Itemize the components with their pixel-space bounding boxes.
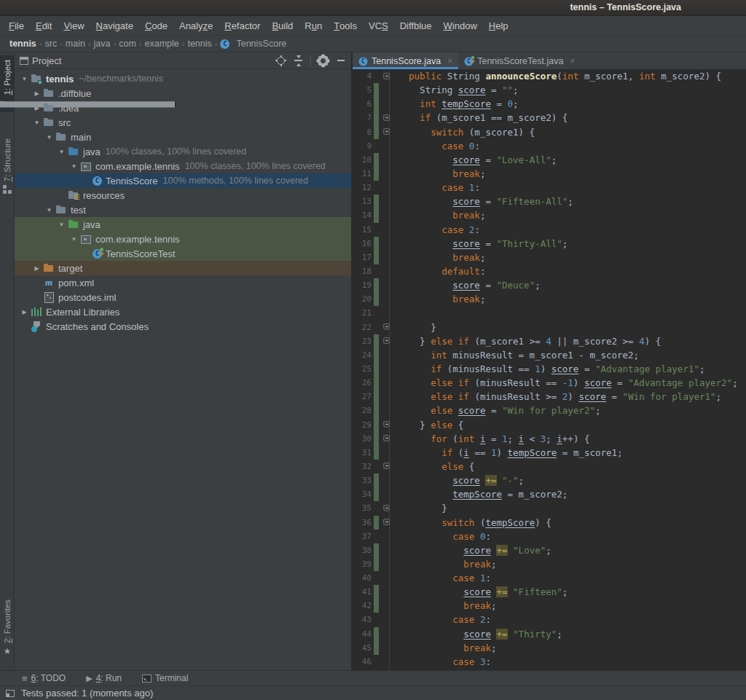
crumb-main[interactable]: main [63, 39, 87, 49]
code-line-12[interactable]: 12 case 1: [353, 181, 746, 194]
tree-row-test[interactable]: ▼test [15, 202, 351, 217]
code-line-28[interactable]: 28 else score = "Win for player2"; [353, 404, 746, 417]
code-line-8[interactable]: 8 switch (m_score1) { [353, 125, 746, 139]
crumb-tennis[interactable]: tennis [7, 39, 39, 49]
tree-row-resources[interactable]: resources [15, 188, 351, 202]
code-line-7[interactable]: 7 if (m_score1 == m_score2) { [353, 111, 746, 125]
tree-row-tennisscoretest[interactable]: CTennisScoreTest [15, 246, 351, 261]
code-line-32[interactable]: 32 else { [353, 460, 746, 473]
code-line-9[interactable]: 9 case 0: [353, 139, 746, 153]
fold-open-icon[interactable] [383, 337, 390, 344]
tree-row-java[interactable]: ▼java100% classes, 100% lines covered [15, 144, 351, 159]
close-icon[interactable]: × [447, 56, 452, 66]
menu-view[interactable]: View [58, 16, 90, 35]
hide-panel-icon[interactable] [335, 55, 346, 66]
toolwindow-switcher-icon[interactable] [6, 690, 15, 697]
tree-collapsed-arrow-icon[interactable]: ▶ [32, 90, 42, 97]
menu-file[interactable]: File [3, 16, 30, 35]
tree-collapsed-arrow-icon[interactable]: ▶ [20, 309, 29, 315]
tree-row-tennis[interactable]: ▼tennis~/benchmarks/tennis [15, 71, 351, 86]
tab-tennisscore-java[interactable]: CTennisScore.java× [353, 52, 458, 69]
tree-expanded-arrow-icon[interactable]: ▼ [32, 119, 42, 126]
fold-close-icon[interactable] [383, 421, 390, 428]
tree-expanded-arrow-icon[interactable]: ▼ [69, 236, 79, 243]
code-line-44[interactable]: 44 score += "Thirty"; [353, 627, 746, 641]
locate-file-icon[interactable] [275, 55, 286, 66]
fold-close-icon[interactable] [383, 505, 390, 511]
code-line-29[interactable]: 29 } else { [353, 418, 746, 432]
code-line-23[interactable]: 23 } else if (m_score1 >= 4 || m_score2 … [353, 334, 746, 348]
code-line-13[interactable]: 13 score = "Fifteen-All"; [353, 194, 746, 208]
code-line-36[interactable]: 36 switch (tempScore) { [353, 516, 746, 530]
tree-row-external-libraries[interactable]: ▶External Libraries [15, 304, 351, 319]
fold-open-icon[interactable] [383, 435, 390, 441]
tree-expanded-arrow-icon[interactable]: ▼ [69, 163, 79, 170]
menu-code[interactable]: Code [139, 16, 173, 35]
code-line-25[interactable]: 25 if (minusResult == 1) score = "Advant… [353, 362, 746, 376]
menu-build[interactable]: Build [266, 16, 299, 35]
tree-row-com-example-tennis[interactable]: ▼com.example.tennis100% classes, 100% li… [15, 159, 351, 173]
tree-row-com-example-tennis[interactable]: ▼com.example.tennis [15, 232, 351, 246]
bottom-terminal[interactable]: Terminal [142, 673, 188, 683]
tree-row-src[interactable]: ▼src [15, 115, 351, 130]
tree-collapsed-arrow-icon[interactable]: ▶ [32, 265, 42, 272]
menu-refactor[interactable]: Refactor [219, 16, 266, 35]
project-view-selector[interactable]: Project [20, 55, 65, 66]
stripe-button-7-structure[interactable]: 7: Structure [0, 134, 15, 198]
code-line-24[interactable]: 24 int minusResult = m_score1 - m_score2… [353, 348, 746, 362]
menu-navigate[interactable]: Navigate [90, 16, 139, 35]
tree-row-main[interactable]: ▼main [15, 130, 351, 144]
tree-row-target[interactable]: ▶target [15, 261, 351, 275]
gear-icon[interactable] [318, 55, 329, 66]
code-line-10[interactable]: 10 score = "Love-All"; [353, 153, 746, 167]
menu-window[interactable]: Window [438, 16, 483, 35]
stripe-button-1-project[interactable]: 1: Project [0, 55, 15, 112]
bottom-6-todo[interactable]: ≡6: TODO [22, 673, 66, 684]
fold-open-icon[interactable] [383, 73, 390, 79]
tree-expanded-arrow-icon[interactable]: ▼ [57, 221, 66, 228]
code-line-34[interactable]: 34 tempScore = m_score2; [353, 487, 746, 501]
code-line-19[interactable]: 19 score = "Deuce"; [353, 278, 746, 292]
tree-expanded-arrow-icon[interactable]: ▼ [57, 149, 66, 155]
code-line-20[interactable]: 20 break; [353, 292, 746, 306]
code-line-33[interactable]: 33 score += "-"; [353, 473, 746, 487]
menu-help[interactable]: Help [483, 16, 514, 35]
code-line-41[interactable]: 41 score += "Fifteen"; [353, 585, 746, 599]
stripe-button-2-favorites[interactable]: 2: Favorites★ [0, 595, 15, 660]
tree-row-pom-xml[interactable]: mpom.xml [15, 275, 351, 290]
fold-close-icon[interactable] [383, 323, 390, 330]
code-editor[interactable]: 4 public String announceScore(int m_scor… [353, 69, 746, 670]
fold-open-icon[interactable] [383, 128, 390, 135]
code-line-42[interactable]: 42 break; [353, 599, 746, 613]
code-line-15[interactable]: 15 case 2: [353, 223, 746, 237]
code-line-11[interactable]: 11 break; [353, 167, 746, 181]
code-line-39[interactable]: 39 break; [353, 557, 746, 571]
menu-tools[interactable]: Tools [328, 16, 363, 35]
code-line-30[interactable]: 30 for (int i = 1; i < 3; i++) { [353, 432, 746, 446]
crumb-example[interactable]: example [143, 39, 181, 49]
code-line-14[interactable]: 14 break; [353, 208, 746, 222]
code-line-38[interactable]: 38 score += "Love"; [353, 543, 746, 557]
crumb-tennisscore[interactable]: CTennisScore [218, 39, 288, 49]
code-line-5[interactable]: 5 String score = ""; [353, 83, 746, 97]
menu-edit[interactable]: Edit [30, 16, 58, 35]
code-line-43[interactable]: 43 case 2: [353, 613, 746, 626]
bottom-4-run[interactable]: ▶4: Run [86, 673, 122, 683]
code-line-35[interactable]: 35 } [353, 501, 746, 515]
code-line-16[interactable]: 16 score = "Thirty-All"; [353, 237, 746, 251]
code-line-46[interactable]: 46 case 3: [353, 655, 746, 669]
code-line-31[interactable]: 31 if (i == 1) tempScore = m_score1; [353, 446, 746, 460]
tree-expanded-arrow-icon[interactable]: ▼ [44, 207, 54, 213]
collapse-all-icon[interactable] [293, 55, 304, 66]
code-line-22[interactable]: 22 } [353, 320, 746, 334]
menu-vcs[interactable]: VCS [363, 16, 394, 35]
code-line-37[interactable]: 37 case 0: [353, 530, 746, 543]
tree-row-postcodes-iml[interactable]: postcodes.iml [15, 290, 351, 304]
crumb-java[interactable]: java [92, 39, 113, 49]
code-line-17[interactable]: 17 break; [353, 251, 746, 264]
code-line-45[interactable]: 45 break; [353, 641, 746, 655]
close-icon[interactable]: × [570, 56, 575, 66]
crumb-com[interactable]: com [117, 39, 138, 49]
code-line-21[interactable]: 21 [353, 306, 746, 320]
fold-open-icon[interactable] [383, 519, 390, 525]
